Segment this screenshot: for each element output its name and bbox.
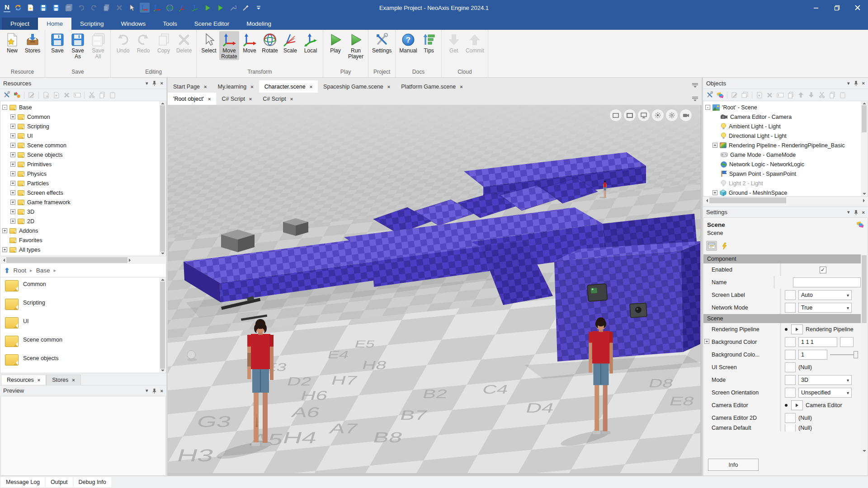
- folder-item-scripting[interactable]: Scripting: [5, 299, 166, 317]
- object-item-directional-light[interactable]: Directional Light - Light: [705, 131, 868, 141]
- minimize-button[interactable]: [806, 0, 826, 15]
- copy-icon[interactable]: [98, 91, 106, 99]
- tree-item-3d[interactable]: 3D: [2, 207, 166, 216]
- save-as-button[interactable]: Save As: [68, 31, 88, 60]
- move-rotate-button[interactable]: Move Rotate: [219, 31, 239, 60]
- name-input[interactable]: [793, 277, 861, 287]
- default-flag-box[interactable]: [785, 375, 796, 385]
- new-resource-icon[interactable]: [42, 91, 50, 99]
- play-icon[interactable]: [203, 3, 213, 13]
- copy-icon[interactable]: [102, 3, 112, 13]
- objects-tree-scrollbar[interactable]: [861, 101, 868, 196]
- settings-button[interactable]: Settings: [371, 31, 393, 54]
- tree-item-scene-common[interactable]: Scene common: [2, 141, 166, 150]
- close-icon[interactable]: ×: [249, 96, 252, 102]
- expand-icon[interactable]: [10, 124, 15, 129]
- run-player-button[interactable]: Run Player: [346, 31, 366, 60]
- close-icon[interactable]: ×: [862, 80, 865, 86]
- expand-icon[interactable]: [10, 133, 15, 138]
- panel-menu-icon[interactable]: ▾: [847, 209, 850, 215]
- resources-tree-scrollbar[interactable]: [159, 101, 166, 256]
- close-icon[interactable]: ×: [460, 84, 462, 89]
- folder-item-scene-objects[interactable]: Scene objects: [5, 354, 166, 373]
- menu-project[interactable]: Project: [2, 18, 38, 30]
- tree-item-scripting[interactable]: Scripting: [2, 122, 166, 131]
- object-item-camera-editor[interactable]: Camera Editor - Camera: [705, 112, 868, 122]
- resources-filter-icon[interactable]: [13, 91, 21, 99]
- close-icon[interactable]: ×: [72, 377, 75, 383]
- default-flag-box[interactable]: [785, 350, 796, 360]
- close-icon[interactable]: ×: [250, 84, 253, 89]
- tree-item-common[interactable]: Common: [2, 112, 166, 122]
- breadcrumb-root[interactable]: Root: [14, 267, 27, 274]
- default-flag-box[interactable]: [785, 337, 796, 347]
- stores-button[interactable]: Stores: [23, 31, 42, 54]
- neoaxis-logo-icon[interactable]: N: [4, 3, 10, 12]
- breadcrumb-base[interactable]: Base: [36, 267, 50, 274]
- panel-menu-icon[interactable]: ▾: [146, 388, 148, 394]
- folder-item-common[interactable]: Common: [5, 280, 166, 299]
- reference-button[interactable]: [791, 324, 803, 334]
- tab-start-page[interactable]: Start Page×: [168, 80, 212, 93]
- menu-home[interactable]: Home: [38, 18, 71, 30]
- local-tool-icon[interactable]: [190, 3, 200, 13]
- close-icon[interactable]: ×: [160, 80, 163, 86]
- object-item-root-scene[interactable]: 'Root' - Scene: [705, 103, 868, 112]
- tab-output[interactable]: Output: [46, 477, 73, 487]
- value-slider[interactable]: [830, 354, 856, 355]
- pin-icon[interactable]: [854, 80, 858, 86]
- objects-tag-icon[interactable]: [716, 91, 724, 99]
- background-color2-input[interactable]: 1: [798, 350, 827, 360]
- expand-icon[interactable]: [2, 247, 7, 252]
- sync-icon[interactable]: [13, 3, 23, 13]
- default-flag-box[interactable]: [785, 290, 796, 300]
- info-button[interactable]: Info: [708, 459, 759, 471]
- object-item-ground[interactable]: Ground - MeshInSpace: [705, 188, 868, 197]
- viewport-display-mode-icon[interactable]: [610, 109, 622, 121]
- close-icon[interactable]: ×: [208, 96, 211, 102]
- tab-debug-info[interactable]: Debug Info: [74, 477, 111, 487]
- close-icon[interactable]: ×: [160, 388, 163, 394]
- close-icon[interactable]: ×: [387, 84, 390, 89]
- tab-my-learning[interactable]: My.learning×: [212, 80, 259, 93]
- tips-button[interactable]: Tips: [419, 31, 439, 54]
- new-file-icon[interactable]: [26, 3, 36, 13]
- play-second-icon[interactable]: [216, 3, 226, 13]
- close-icon[interactable]: ×: [862, 210, 865, 215]
- restore-button[interactable]: [826, 0, 847, 15]
- scene-viewport[interactable]: H3 G3 A5 H4 A6 A7 H6 H7 H8 B8 B7 D2 E3 E…: [168, 105, 702, 476]
- expand-icon[interactable]: [10, 190, 15, 195]
- default-flag-box[interactable]: [785, 424, 796, 432]
- default-flag-box[interactable]: [785, 388, 796, 398]
- undo-button[interactable]: Undo: [113, 31, 133, 54]
- rename-icon[interactable]: [73, 91, 81, 99]
- screen-label-dropdown[interactable]: Auto▾: [798, 290, 852, 300]
- tree-item-particles[interactable]: Particles: [2, 178, 166, 188]
- expand-icon[interactable]: [10, 162, 15, 167]
- settings-tag-icon[interactable]: [856, 221, 864, 228]
- delete-icon[interactable]: [765, 91, 774, 99]
- folder-list-scrollbar[interactable]: [159, 277, 166, 373]
- close-icon[interactable]: ×: [310, 84, 312, 89]
- pin-icon[interactable]: [152, 388, 156, 394]
- tab-stores[interactable]: Stores×: [46, 375, 81, 385]
- tree-item-primitives[interactable]: Primitives: [2, 160, 166, 169]
- cut-icon[interactable]: [87, 91, 96, 99]
- rotate-button[interactable]: Rotate: [260, 31, 280, 54]
- delete-icon[interactable]: [114, 3, 124, 13]
- viewport-fullscreen-icon[interactable]: [624, 109, 636, 121]
- import-icon[interactable]: [52, 91, 61, 99]
- object-item-light-2[interactable]: Light 2 - Light: [705, 178, 868, 188]
- select-tool-icon[interactable]: [127, 3, 137, 13]
- resources-settings-icon[interactable]: [2, 91, 11, 99]
- save-button[interactable]: Save: [47, 31, 67, 54]
- menu-scene-editor[interactable]: Scene Editor: [186, 18, 238, 30]
- rotate-tool-icon[interactable]: [165, 3, 175, 13]
- tree-item-scene-objects[interactable]: Scene objects: [2, 150, 166, 160]
- paste-icon[interactable]: [108, 91, 117, 99]
- expand-icon[interactable]: [10, 152, 15, 157]
- save-icon[interactable]: [38, 3, 48, 13]
- commit-button[interactable]: Commit: [464, 31, 486, 54]
- close-icon[interactable]: ×: [290, 96, 293, 102]
- tab-csharp-script-2[interactable]: C# Script×: [257, 93, 298, 105]
